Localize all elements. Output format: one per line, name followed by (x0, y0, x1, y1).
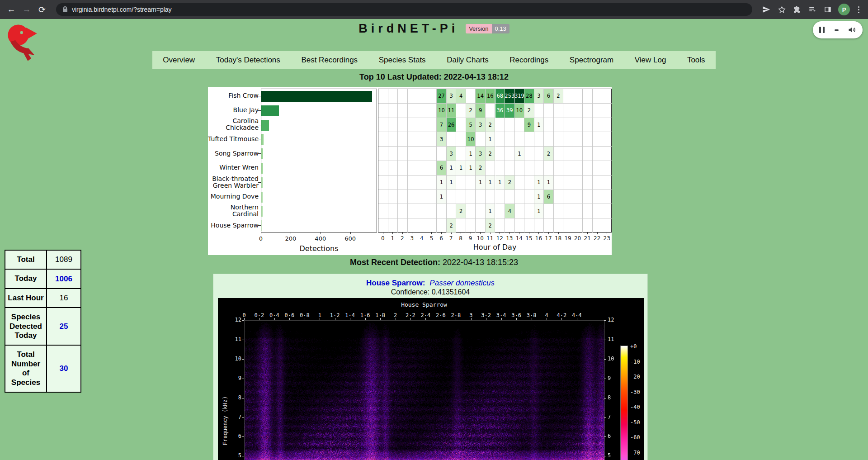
heatmap-cell (593, 132, 603, 147)
heatmap-cell (466, 204, 476, 218)
heatmap-cell (388, 104, 398, 118)
stats-value[interactable]: 30 (47, 345, 81, 392)
version-label: Version (466, 24, 491, 33)
heatmap-cell (378, 218, 388, 233)
heatmap-cell (602, 204, 612, 218)
heatmap-cell: 1 (534, 118, 544, 133)
heatmap-cell (417, 175, 427, 190)
heatmap-cell: 2 (447, 218, 457, 233)
volume-button[interactable] (848, 26, 856, 33)
bar-chart-axes (261, 89, 377, 232)
seek-dash[interactable] (835, 29, 839, 31)
species-bar (261, 220, 262, 231)
species-label: Tufted Titmouse (208, 132, 259, 146)
heatmap-cell: 26 (447, 118, 457, 133)
time-tick-label: 4·2 (557, 312, 567, 318)
heatmap-cell (593, 218, 603, 233)
time-tickmark (471, 318, 472, 320)
nav-item-daily-charts[interactable]: Daily Charts (444, 56, 491, 65)
bookmark-star-icon[interactable] (775, 3, 788, 16)
heatmap-cell (398, 161, 408, 175)
hour-tickmark (402, 232, 403, 234)
species-tickmark (258, 153, 261, 154)
nav-item-best-recordings[interactable]: Best Recordings (298, 56, 360, 65)
hour-tick-label: 9 (469, 235, 472, 242)
heatmap-cell (408, 218, 418, 233)
nav-item-today-s-detections[interactable]: Today's Detections (213, 56, 283, 65)
species-bar (261, 91, 372, 102)
nav-item-spectrogram[interactable]: Spectrogram (567, 56, 616, 65)
heatmap-cell (427, 161, 437, 175)
hour-tick-label: 2 (401, 235, 404, 242)
time-tickmark (561, 318, 562, 320)
spectrogram-title-line: House Sparrow:Passer domesticus (213, 279, 647, 288)
time-tickmark (259, 318, 259, 320)
hour-tick-label: 18 (555, 235, 561, 242)
page-title: BirdNET-Pi (359, 22, 458, 35)
stats-label: Last Hour (5, 289, 47, 308)
heatmap-cell (388, 175, 398, 190)
extensions-icon[interactable] (790, 3, 804, 16)
nav-item-recordings[interactable]: Recordings (507, 56, 551, 65)
heatmap-cell: 1 (544, 175, 554, 190)
freq-tickmark (604, 320, 606, 321)
heatmap-cell (466, 89, 476, 104)
heatmap-cell (378, 89, 388, 104)
time-tick-label: 1·4 (345, 312, 355, 318)
heatmap-cell (495, 190, 505, 204)
heatmap-cell (505, 161, 515, 175)
audio-player (813, 21, 863, 38)
nav-item-tools[interactable]: Tools (684, 56, 708, 65)
nav-item-species-stats[interactable]: Species Stats (376, 56, 429, 65)
scientific-name[interactable]: Passer domesticus (429, 279, 495, 287)
stats-value[interactable]: 1006 (47, 269, 81, 288)
heatmap-cell (486, 104, 495, 118)
colorbar-tick-label: -60 (630, 434, 640, 441)
reload-button[interactable]: ⟳ (34, 2, 50, 17)
reading-list-icon[interactable] (806, 3, 819, 16)
heatmap-cell: 9 (524, 118, 534, 133)
hour-tickmark (519, 232, 519, 234)
pause-button[interactable] (819, 27, 825, 33)
species-label: Fish Crow (208, 89, 259, 103)
time-tickmark (365, 318, 366, 320)
heatmap-cell (417, 147, 427, 161)
time-tickmark (486, 318, 486, 320)
heatmap-cell: 28 (524, 89, 534, 104)
heatmap-cell (563, 118, 573, 133)
back-button[interactable]: ← (4, 2, 19, 17)
heatmap-cell (573, 147, 583, 161)
bar-x-tick-label: 400 (315, 235, 326, 242)
species-tickmark (258, 225, 261, 226)
hour-tick-label: 5 (430, 235, 434, 242)
heatmap-cell (583, 204, 593, 218)
heatmap-cell (495, 118, 505, 133)
nav-item-view-log[interactable]: View Log (632, 56, 669, 65)
send-icon[interactable] (760, 3, 773, 16)
species-bar (261, 120, 269, 131)
colorbar-tick-label: -50 (630, 419, 640, 426)
version-value: 0.13 (492, 24, 509, 33)
side-panel-icon[interactable] (821, 3, 835, 16)
hour-tick-label: 7 (449, 235, 453, 242)
profile-avatar[interactable]: P (838, 4, 850, 15)
freq-tickmark (604, 456, 606, 456)
nav-item-overview[interactable]: Overview (160, 56, 198, 65)
hour-tickmark (461, 232, 461, 234)
species-link[interactable]: House Sparrow: (366, 279, 425, 287)
stats-value[interactable]: 25 (47, 308, 81, 345)
time-tickmark (244, 318, 245, 320)
forward-button[interactable]: → (19, 2, 34, 17)
heatmap-cell (544, 118, 554, 133)
heatmap-cell (408, 104, 418, 118)
freq-tick-label: 11 (219, 336, 241, 342)
heatmap-cell (388, 190, 398, 204)
url-bar[interactable]: virginia.birdnetpi.com/?stream=play (56, 3, 752, 16)
menu-kebab-icon[interactable] (853, 6, 864, 13)
hour-tickmark (568, 232, 568, 234)
heatmap-cell: 3 (476, 118, 486, 133)
heatmap-cell (593, 104, 603, 118)
heatmap-cell (378, 147, 388, 161)
heatmap-cell (417, 161, 427, 175)
heatmap-cell: 1 (534, 204, 544, 218)
